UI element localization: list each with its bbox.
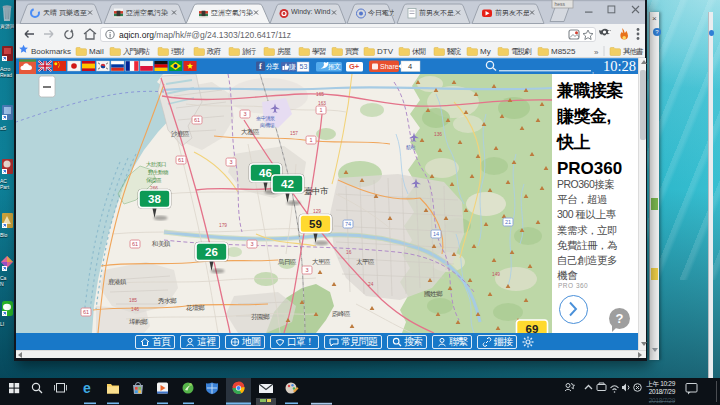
svg-text:165: 165 <box>316 92 324 97</box>
svg-text:3: 3 <box>229 159 232 165</box>
svg-text:秀水鄉: 秀水鄉 <box>158 297 177 305</box>
svg-text:163: 163 <box>318 101 326 106</box>
svg-text:61: 61 <box>194 117 200 123</box>
svg-text:69: 69 <box>526 323 539 333</box>
svg-text:59: 59 <box>309 218 322 230</box>
svg-text:46: 46 <box>259 167 272 179</box>
svg-text:e: e <box>83 380 91 396</box>
svg-text:14: 14 <box>433 231 439 237</box>
svg-text:61: 61 <box>178 157 184 163</box>
svg-text:129: 129 <box>313 209 321 214</box>
svg-text:16: 16 <box>346 250 352 255</box>
svg-text:崗機場: 崗機場 <box>260 122 274 129</box>
svg-text:保護區: 保護區 <box>146 177 162 184</box>
svg-text:臺中市: 臺中市 <box>304 186 329 196</box>
svg-text:3: 3 <box>243 111 246 117</box>
svg-text:3: 3 <box>305 267 308 273</box>
svg-text:149: 149 <box>492 272 500 277</box>
svg-text:136: 136 <box>434 132 442 137</box>
svg-text:»: » <box>594 48 599 57</box>
svg-text:推文: 推文 <box>328 62 341 70</box>
svg-text:f: f <box>259 62 262 71</box>
svg-text:3: 3 <box>250 241 253 247</box>
svg-text:野生動物: 野生動物 <box>148 169 168 176</box>
svg-text:Share: Share <box>380 63 399 70</box>
svg-text:26: 26 <box>205 246 218 258</box>
svg-text:24: 24 <box>368 282 374 287</box>
svg-text:芬園鄉: 芬園鄉 <box>251 313 270 321</box>
svg-text:61: 61 <box>132 241 138 247</box>
svg-text:沙鹿區: 沙鹿區 <box>171 130 190 138</box>
svg-text:臺中清泉: 臺中清泉 <box>256 115 275 122</box>
svg-text:53: 53 <box>300 63 308 70</box>
svg-text:霨峰區: 霨峰區 <box>332 310 351 317</box>
svg-text:38: 38 <box>148 193 161 205</box>
svg-text:鹿港鎮: 鹿港鎮 <box>108 278 127 286</box>
svg-text:花壇鄉: 花壇鄉 <box>185 304 205 312</box>
svg-text:157: 157 <box>290 131 298 136</box>
svg-text:74: 74 <box>345 221 351 227</box>
svg-text:42: 42 <box>281 178 294 190</box>
svg-text:G+: G+ <box>349 62 360 71</box>
svg-text:大里區: 大里區 <box>312 258 331 265</box>
svg-text:和美鎮: 和美鎮 <box>151 240 171 247</box>
svg-text:4: 4 <box>408 62 412 71</box>
svg-text:61: 61 <box>83 309 89 315</box>
svg-text:大肚溪口: 大肚溪口 <box>146 161 166 168</box>
svg-text:大雅區: 大雅區 <box>241 128 260 136</box>
svg-text:146: 146 <box>131 307 139 312</box>
svg-text:航站: 航站 <box>406 144 416 151</box>
svg-text:國姓鄉: 國姓鄉 <box>424 290 443 297</box>
svg-text:179: 179 <box>219 223 227 228</box>
svg-text:賺: 賺 <box>289 63 296 71</box>
svg-text:185: 185 <box>129 298 137 303</box>
svg-text:分享: 分享 <box>265 63 279 70</box>
svg-text:太平區: 太平區 <box>356 258 375 265</box>
svg-text:1: 1 <box>319 107 322 113</box>
svg-text:hess: hess <box>555 1 566 7</box>
svg-text:21: 21 <box>505 219 511 225</box>
svg-text:埠齁鄉: 埠齁鄉 <box>128 318 148 326</box>
svg-text:1: 1 <box>309 137 312 143</box>
svg-text:烏日區: 烏日區 <box>277 258 297 265</box>
